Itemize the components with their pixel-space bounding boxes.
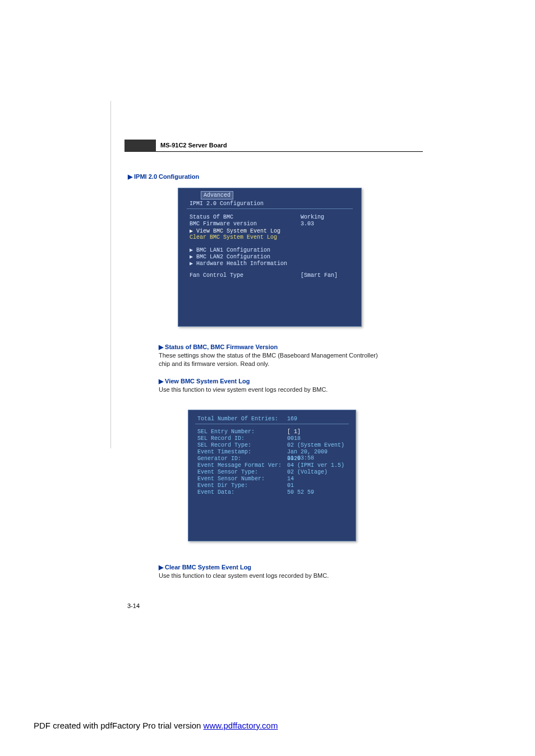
bios-divider bbox=[195, 424, 349, 424]
para-heading: ▶ Clear BMC System Event Log bbox=[159, 564, 251, 571]
sel-row-value: 14 bbox=[287, 476, 294, 482]
sel-row-value: 02 (System Event) bbox=[287, 442, 344, 448]
para-text: These settings show the status of the BM… bbox=[159, 352, 378, 367]
sel-row-label: Generator ID: bbox=[197, 456, 241, 462]
para-heading: ▶ View BMC System Event Log bbox=[159, 378, 250, 384]
header-dark-block bbox=[124, 140, 156, 152]
bios-row-value: [Smart Fan] bbox=[301, 272, 338, 279]
paragraph-status-bmc: ▶ Status of BMC, BMC Firmware Version Th… bbox=[159, 343, 383, 368]
footer-link[interactable]: www.pdffactory.com bbox=[204, 721, 278, 730]
sel-header-label: Total Number Of Entries: bbox=[197, 416, 278, 422]
sel-row-label: Event Message Format Ver: bbox=[197, 462, 282, 469]
sel-row-label: Event Sensor Number: bbox=[197, 476, 265, 482]
footer: PDF created with pdfFactory Pro trial ve… bbox=[34, 721, 278, 730]
header-underline bbox=[156, 151, 423, 152]
sel-row-label: Event Dir Type: bbox=[197, 483, 248, 489]
paragraph-view-log: ▶ View BMC System Event Log Use this fun… bbox=[159, 377, 383, 394]
page: MS-91C2 Server Board ▶ IPMI 2.0 Configur… bbox=[0, 0, 535, 756]
bios-row-value: 3.03 bbox=[301, 221, 314, 227]
bios-divider bbox=[187, 208, 353, 209]
bios-row-label: Status Of BMC bbox=[190, 214, 233, 220]
vertical-divider bbox=[110, 101, 111, 448]
sel-row-label: Event Timestamp: bbox=[197, 449, 251, 455]
sel-row-value: 04 (IPMI ver 1.5) bbox=[287, 462, 344, 469]
sel-row-label: SEL Record Type: bbox=[197, 442, 251, 448]
sel-row-value: 01 bbox=[287, 483, 294, 489]
sel-header-value: 169 bbox=[287, 416, 297, 422]
bios-row-label: Clear BMC System Event Log bbox=[190, 234, 277, 240]
sel-row-value: 0018 bbox=[287, 435, 301, 442]
para-text: Use this function to view system event l… bbox=[159, 386, 328, 393]
bios-row-label: ▶ View BMC System Event Log bbox=[190, 228, 280, 234]
bios-row-label: Fan Control Type bbox=[190, 272, 243, 279]
sel-row-value: 0020 bbox=[287, 456, 301, 462]
bios-row-label: BMC Firmware version bbox=[190, 221, 257, 227]
bios-tab-advanced: Advanced bbox=[201, 191, 233, 200]
sel-row-label: Event Sensor Type: bbox=[197, 469, 258, 475]
page-number: 3-14 bbox=[127, 602, 140, 609]
bios-row-label: ▶ BMC LAN1 Configuration bbox=[190, 247, 270, 253]
bios-screenshot-sel: Total Number Of Entries: 169 SEL Entry N… bbox=[188, 410, 356, 541]
para-text: Use this function to clear system event … bbox=[159, 572, 329, 579]
sel-row-value: 50 52 59 bbox=[287, 489, 314, 495]
sel-row-label: SEL Record ID: bbox=[197, 435, 245, 442]
bios-row-value: Working bbox=[301, 214, 324, 220]
section-title: ▶ IPMI 2.0 Configuration bbox=[128, 173, 199, 180]
header-title: MS-91C2 Server Board bbox=[160, 142, 227, 149]
para-heading: ▶ Status of BMC, BMC Firmware Version bbox=[159, 344, 278, 350]
paragraph-clear-log: ▶ Clear BMC System Event Log Use this fu… bbox=[159, 563, 383, 580]
sel-row-label: SEL Entry Number: bbox=[197, 429, 255, 435]
bios-row-label: ▶ BMC LAN2 Configuration bbox=[190, 253, 270, 260]
bios-title: IPMI 2.0 Configuration bbox=[190, 201, 264, 207]
sel-row-label: Event Data: bbox=[197, 489, 234, 495]
bios-row-label: ▶ Hardware Health Information bbox=[190, 260, 287, 267]
sel-row-value: 02 (Voltage) bbox=[287, 469, 328, 475]
footer-text: PDF created with pdfFactory Pro trial ve… bbox=[34, 721, 204, 730]
sel-row-value: [ 1] bbox=[287, 429, 301, 435]
bios-screenshot-ipmi: Advanced IPMI 2.0 Configuration Status O… bbox=[178, 188, 362, 327]
